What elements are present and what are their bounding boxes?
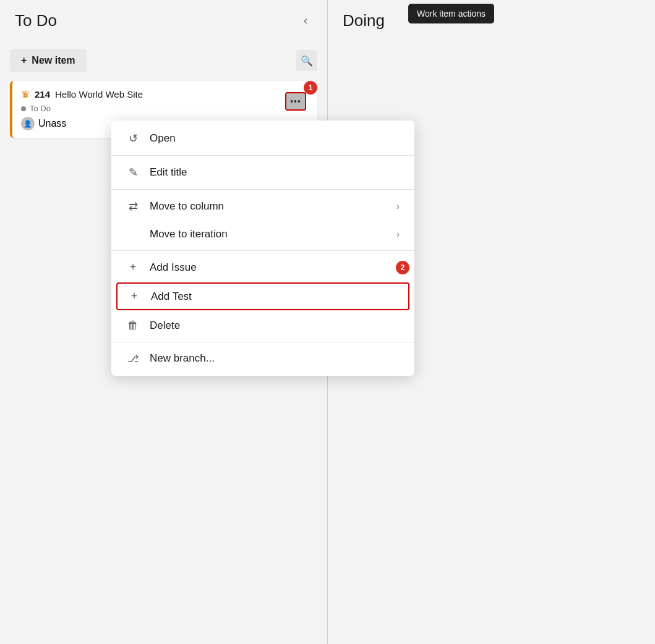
card-id: 214 bbox=[35, 89, 50, 100]
avatar: 👤 bbox=[21, 117, 35, 130]
card-status: To Do bbox=[21, 104, 309, 113]
avatar-icon: 👤 bbox=[24, 120, 32, 128]
menu-divider-2 bbox=[111, 189, 414, 190]
new-item-bar: + New item 🔍 bbox=[10, 49, 317, 72]
open-icon: ↺ bbox=[126, 132, 140, 145]
card-status-label: To Do bbox=[30, 104, 51, 113]
todo-column: To Do ‹ + New item 🔍 ♛ 214 Hello bbox=[0, 0, 328, 644]
crown-icon: ♛ bbox=[21, 88, 30, 100]
menu-item-delete[interactable]: 🗑 Delete bbox=[111, 311, 414, 339]
ellipsis-icon: ••• bbox=[290, 96, 301, 106]
menu-divider-1 bbox=[111, 155, 414, 156]
chevron-right-icon-1: › bbox=[396, 201, 400, 212]
menu-item-move-iteration[interactable]: Move to iteration › bbox=[111, 221, 414, 248]
menu-divider-3 bbox=[111, 250, 414, 251]
menu-item-move-column[interactable]: ⇄ Move to column › bbox=[111, 192, 414, 221]
menu-item-new-branch-label: New branch... bbox=[150, 352, 400, 365]
menu-item-add-issue-label: Add Issue bbox=[150, 261, 400, 274]
menu-divider-4 bbox=[111, 342, 414, 342]
card-header: ♛ 214 Hello World Web Site bbox=[21, 88, 309, 100]
pencil-icon: ✎ bbox=[126, 166, 140, 179]
card-title: Hello World Web Site bbox=[55, 89, 143, 100]
menu-item-delete-label: Delete bbox=[150, 320, 400, 332]
menu-item-edit-title-label: Edit title bbox=[150, 166, 400, 179]
menu-item-open[interactable]: ↺ Open bbox=[111, 124, 414, 153]
move-column-icon: ⇄ bbox=[126, 200, 140, 213]
doing-column-title: Doing bbox=[343, 11, 385, 30]
search-icon: 🔍 bbox=[301, 55, 313, 67]
add-issue-icon: + bbox=[126, 261, 140, 274]
badge-1: 1 bbox=[304, 81, 317, 95]
todo-column-title: To Do bbox=[15, 11, 57, 30]
add-test-icon: + bbox=[127, 290, 141, 303]
search-button[interactable]: 🔍 bbox=[296, 50, 317, 71]
collapse-column-button[interactable]: ‹ bbox=[299, 12, 312, 30]
assignee-label: Unass bbox=[38, 118, 66, 129]
work-item-actions-button[interactable]: ••• bbox=[285, 92, 306, 111]
menu-item-move-iteration-label: Move to iteration bbox=[150, 228, 387, 240]
tooltip-text: Work item actions bbox=[417, 9, 486, 19]
menu-item-move-column-label: Move to column bbox=[150, 200, 387, 213]
status-dot bbox=[21, 106, 26, 111]
menu-item-add-issue[interactable]: + Add Issue 2 bbox=[111, 253, 414, 281]
new-item-label: New item bbox=[32, 55, 75, 66]
todo-column-header: To Do ‹ bbox=[0, 0, 327, 41]
board-container: To Do ‹ + New item 🔍 ♛ 214 Hello bbox=[0, 0, 655, 644]
trash-icon: 🗑 bbox=[126, 319, 140, 332]
menu-item-add-test[interactable]: + Add Test bbox=[116, 282, 409, 310]
context-menu: ↺ Open ✎ Edit title ⇄ Move to column › M… bbox=[111, 121, 414, 376]
work-item-actions-tooltip: Work item actions bbox=[408, 4, 494, 23]
menu-item-add-test-label: Add Test bbox=[151, 290, 398, 303]
menu-item-new-branch[interactable]: ⎇ New branch... bbox=[111, 345, 414, 372]
badge-2: 2 bbox=[396, 261, 409, 274]
chevron-right-icon-2: › bbox=[396, 229, 400, 240]
menu-item-edit-title[interactable]: ✎ Edit title bbox=[111, 158, 414, 187]
menu-item-open-label: Open bbox=[150, 132, 400, 145]
branch-icon: ⎇ bbox=[126, 353, 140, 365]
chevron-left-icon: ‹ bbox=[304, 14, 307, 27]
plus-icon: + bbox=[21, 55, 27, 66]
new-item-button[interactable]: + New item bbox=[10, 49, 87, 72]
